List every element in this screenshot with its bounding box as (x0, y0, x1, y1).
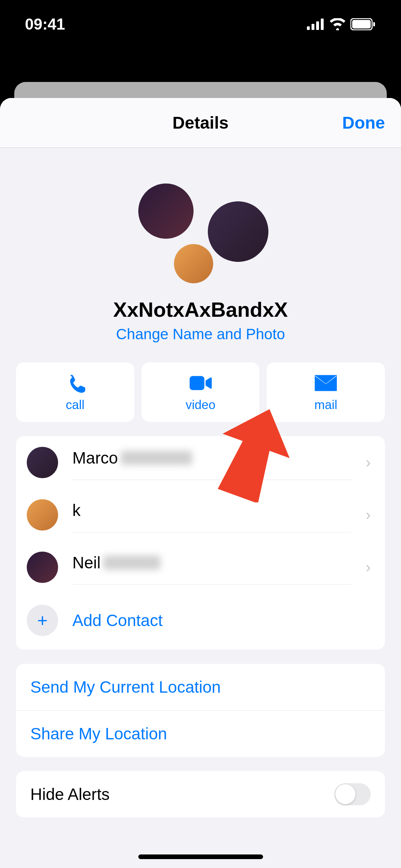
chevron-right-icon: › (366, 559, 374, 576)
svg-rect-1 (312, 24, 314, 30)
svg-rect-6 (373, 22, 375, 26)
mail-icon (315, 374, 337, 392)
member-row[interactable]: k › (16, 489, 385, 541)
avatar (27, 447, 58, 478)
avatar (138, 184, 194, 239)
send-location-button[interactable]: Send My Current Location (16, 664, 385, 711)
page-title: Details (173, 113, 228, 133)
done-button[interactable]: Done (342, 113, 385, 133)
change-name-photo-link[interactable]: Change Name and Photo (0, 326, 401, 343)
svg-rect-2 (316, 21, 319, 30)
location-card: Send My Current Location Share My Locati… (16, 664, 385, 757)
svg-rect-0 (307, 26, 310, 30)
content: XxNotxAxBandxX Change Name and Photo cal… (0, 184, 401, 817)
action-buttons: call video mail (0, 343, 401, 422)
alerts-card: Hide Alerts (16, 771, 385, 817)
call-label: call (66, 398, 85, 412)
avatar (27, 552, 58, 583)
add-contact-label: Add Contact (72, 611, 163, 630)
status-bar: 09:41 (0, 0, 401, 48)
mail-label: mail (314, 398, 337, 412)
nav-header: Details Done (0, 98, 401, 148)
avatar (27, 499, 58, 531)
svg-rect-5 (352, 20, 371, 29)
home-indicator[interactable] (138, 854, 263, 859)
call-button[interactable]: call (16, 362, 134, 422)
add-contact-button[interactable]: + Add Contact (16, 593, 385, 650)
group-avatars (133, 184, 268, 283)
member-name: Marco (72, 448, 118, 467)
hide-alerts-switch[interactable] (334, 783, 371, 805)
chevron-right-icon: › (366, 506, 374, 523)
video-icon (190, 374, 212, 392)
hide-alerts-label: Hide Alerts (30, 785, 109, 804)
status-icons (307, 18, 376, 30)
hide-alerts-row: Hide Alerts (16, 771, 385, 817)
redacted-text (121, 451, 192, 465)
avatar (208, 201, 268, 262)
member-row[interactable]: Marco › (16, 436, 385, 489)
switch-thumb (335, 784, 355, 804)
avatar (174, 244, 213, 283)
svg-rect-7 (190, 376, 204, 390)
video-label: video (186, 398, 216, 412)
details-sheet: Details Done XxNotxAxBandxX Change Name … (0, 98, 401, 868)
phone-icon (64, 374, 86, 392)
svg-rect-3 (321, 19, 324, 30)
share-location-button[interactable]: Share My Location (16, 711, 385, 757)
redacted-text (103, 556, 160, 570)
status-time: 09:41 (25, 15, 65, 33)
mail-button[interactable]: mail (267, 362, 385, 422)
chevron-right-icon: › (366, 454, 374, 471)
members-card: Marco › k › Neil › + (16, 436, 385, 650)
wifi-icon (329, 18, 346, 30)
member-name: k (72, 501, 81, 520)
member-row[interactable]: Neil › (16, 541, 385, 593)
plus-icon: + (27, 605, 58, 636)
battery-icon (350, 18, 376, 30)
member-name: Neil (72, 553, 101, 572)
group-name: XxNotxAxBandxX (0, 298, 401, 321)
video-button[interactable]: video (142, 362, 260, 422)
cellular-icon (307, 19, 325, 30)
